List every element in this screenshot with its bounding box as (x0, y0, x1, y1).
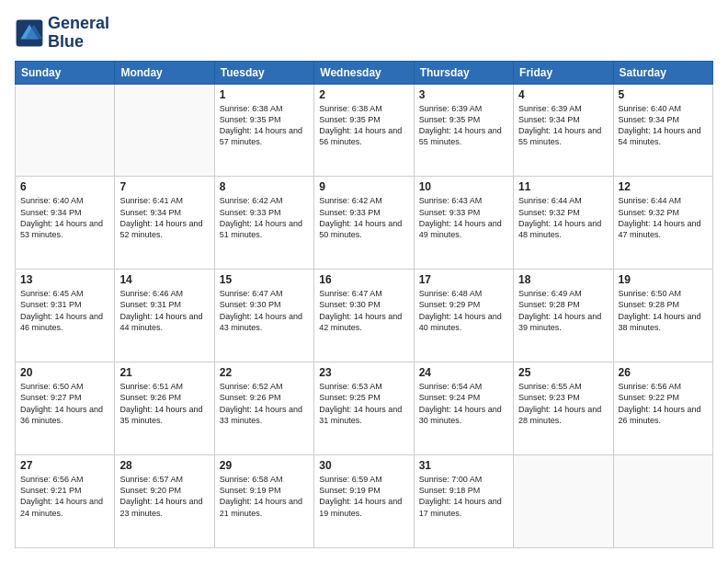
calendar-cell: 29Sunrise: 6:58 AM Sunset: 9:19 PM Dayli… (214, 455, 313, 548)
calendar-cell: 4Sunrise: 6:39 AM Sunset: 9:34 PM Daylig… (514, 84, 613, 177)
calendar-cell: 17Sunrise: 6:48 AM Sunset: 9:29 PM Dayli… (414, 270, 513, 362)
cell-info: Sunrise: 6:49 AM Sunset: 9:28 PM Dayligh… (518, 288, 608, 333)
calendar-cell (16, 84, 115, 177)
calendar-cell: 23Sunrise: 6:53 AM Sunset: 9:25 PM Dayli… (314, 362, 414, 455)
day-number: 13 (20, 273, 109, 286)
calendar-cell: 15Sunrise: 6:47 AM Sunset: 9:30 PM Dayli… (214, 270, 313, 362)
day-number: 21 (119, 366, 209, 379)
day-number: 6 (20, 180, 109, 193)
cell-info: Sunrise: 6:51 AM Sunset: 9:26 PM Dayligh… (119, 381, 209, 426)
calendar-cell: 14Sunrise: 6:46 AM Sunset: 9:31 PM Dayli… (115, 270, 214, 362)
calendar-cell: 16Sunrise: 6:47 AM Sunset: 9:30 PM Dayli… (314, 270, 414, 362)
cell-info: Sunrise: 6:57 AM Sunset: 9:20 PM Dayligh… (119, 474, 209, 519)
calendar-cell: 8Sunrise: 6:42 AM Sunset: 9:33 PM Daylig… (214, 177, 313, 270)
calendar-cell: 26Sunrise: 6:56 AM Sunset: 9:22 PM Dayli… (613, 362, 712, 455)
cell-info: Sunrise: 6:56 AM Sunset: 9:22 PM Dayligh… (619, 381, 708, 426)
calendar-week-row: 27Sunrise: 6:56 AM Sunset: 9:21 PM Dayli… (16, 455, 713, 548)
calendar-cell: 28Sunrise: 6:57 AM Sunset: 9:20 PM Dayli… (115, 455, 214, 548)
header: General Blue (15, 15, 713, 52)
calendar-cell: 3Sunrise: 6:39 AM Sunset: 9:35 PM Daylig… (414, 84, 513, 177)
calendar-week-row: 6Sunrise: 6:40 AM Sunset: 9:34 PM Daylig… (16, 177, 713, 270)
cell-info: Sunrise: 6:38 AM Sunset: 9:35 PM Dayligh… (319, 103, 408, 148)
calendar-week-row: 20Sunrise: 6:50 AM Sunset: 9:27 PM Dayli… (16, 362, 713, 455)
weekday-header: Thursday (414, 61, 513, 84)
calendar-cell: 31Sunrise: 7:00 AM Sunset: 9:18 PM Dayli… (414, 455, 513, 548)
day-number: 12 (619, 180, 708, 193)
day-number: 27 (20, 459, 109, 472)
calendar-cell: 21Sunrise: 6:51 AM Sunset: 9:26 PM Dayli… (115, 362, 214, 455)
calendar-cell: 19Sunrise: 6:50 AM Sunset: 9:28 PM Dayli… (613, 270, 712, 362)
calendar-cell (115, 84, 214, 177)
logo: General Blue (15, 15, 109, 52)
logo-icon (15, 18, 44, 48)
cell-info: Sunrise: 6:59 AM Sunset: 9:19 PM Dayligh… (319, 474, 408, 519)
calendar-cell: 10Sunrise: 6:43 AM Sunset: 9:33 PM Dayli… (414, 177, 513, 270)
day-number: 26 (619, 366, 708, 379)
calendar-cell: 2Sunrise: 6:38 AM Sunset: 9:35 PM Daylig… (314, 84, 414, 177)
calendar-cell: 24Sunrise: 6:54 AM Sunset: 9:24 PM Dayli… (414, 362, 513, 455)
weekday-header: Monday (115, 61, 214, 84)
cell-info: Sunrise: 6:42 AM Sunset: 9:33 PM Dayligh… (220, 195, 309, 240)
cell-info: Sunrise: 6:42 AM Sunset: 9:33 PM Dayligh… (319, 195, 408, 240)
day-number: 23 (319, 366, 408, 379)
calendar-cell: 25Sunrise: 6:55 AM Sunset: 9:23 PM Dayli… (514, 362, 613, 455)
cell-info: Sunrise: 7:00 AM Sunset: 9:18 PM Dayligh… (419, 474, 508, 519)
day-number: 18 (518, 273, 608, 286)
calendar-cell (514, 455, 613, 548)
day-number: 31 (419, 459, 508, 472)
calendar-week-row: 1Sunrise: 6:38 AM Sunset: 9:35 PM Daylig… (16, 84, 713, 177)
cell-info: Sunrise: 6:50 AM Sunset: 9:28 PM Dayligh… (619, 288, 708, 333)
cell-info: Sunrise: 6:43 AM Sunset: 9:33 PM Dayligh… (419, 195, 508, 240)
day-number: 9 (319, 180, 408, 193)
cell-info: Sunrise: 6:45 AM Sunset: 9:31 PM Dayligh… (20, 288, 109, 333)
cell-info: Sunrise: 6:54 AM Sunset: 9:24 PM Dayligh… (419, 381, 508, 426)
cell-info: Sunrise: 6:56 AM Sunset: 9:21 PM Dayligh… (20, 474, 109, 519)
cell-info: Sunrise: 6:39 AM Sunset: 9:34 PM Dayligh… (518, 103, 608, 148)
day-number: 3 (419, 88, 508, 101)
calendar-cell: 13Sunrise: 6:45 AM Sunset: 9:31 PM Dayli… (16, 270, 115, 362)
page: General Blue SundayMondayTuesdayWednesda… (0, 0, 728, 563)
weekday-header: Saturday (613, 61, 712, 84)
calendar-cell: 20Sunrise: 6:50 AM Sunset: 9:27 PM Dayli… (16, 362, 115, 455)
cell-info: Sunrise: 6:41 AM Sunset: 9:34 PM Dayligh… (119, 195, 209, 240)
calendar-cell: 5Sunrise: 6:40 AM Sunset: 9:34 PM Daylig… (613, 84, 712, 177)
day-number: 4 (518, 88, 608, 101)
logo-text: General Blue (48, 15, 109, 52)
cell-info: Sunrise: 6:52 AM Sunset: 9:26 PM Dayligh… (220, 381, 309, 426)
cell-info: Sunrise: 6:44 AM Sunset: 9:32 PM Dayligh… (619, 195, 708, 240)
cell-info: Sunrise: 6:55 AM Sunset: 9:23 PM Dayligh… (518, 381, 608, 426)
day-number: 16 (319, 273, 408, 286)
weekday-header: Tuesday (214, 61, 313, 84)
cell-info: Sunrise: 6:40 AM Sunset: 9:34 PM Dayligh… (619, 103, 708, 148)
calendar-table: SundayMondayTuesdayWednesdayThursdayFrid… (15, 61, 713, 548)
day-number: 24 (419, 366, 508, 379)
cell-info: Sunrise: 6:53 AM Sunset: 9:25 PM Dayligh… (319, 381, 408, 426)
day-number: 15 (220, 273, 309, 286)
day-number: 29 (220, 459, 309, 472)
calendar-cell: 12Sunrise: 6:44 AM Sunset: 9:32 PM Dayli… (613, 177, 712, 270)
day-number: 20 (20, 366, 109, 379)
weekday-row: SundayMondayTuesdayWednesdayThursdayFrid… (16, 61, 713, 84)
cell-info: Sunrise: 6:46 AM Sunset: 9:31 PM Dayligh… (119, 288, 209, 333)
day-number: 30 (319, 459, 408, 472)
calendar-header: SundayMondayTuesdayWednesdayThursdayFrid… (16, 61, 713, 84)
cell-info: Sunrise: 6:48 AM Sunset: 9:29 PM Dayligh… (419, 288, 508, 333)
cell-info: Sunrise: 6:58 AM Sunset: 9:19 PM Dayligh… (220, 474, 309, 519)
calendar-cell: 9Sunrise: 6:42 AM Sunset: 9:33 PM Daylig… (314, 177, 414, 270)
cell-info: Sunrise: 6:40 AM Sunset: 9:34 PM Dayligh… (20, 195, 109, 240)
cell-info: Sunrise: 6:50 AM Sunset: 9:27 PM Dayligh… (20, 381, 109, 426)
cell-info: Sunrise: 6:39 AM Sunset: 9:35 PM Dayligh… (419, 103, 508, 148)
calendar-cell (613, 455, 712, 548)
cell-info: Sunrise: 6:47 AM Sunset: 9:30 PM Dayligh… (220, 288, 309, 333)
day-number: 8 (220, 180, 309, 193)
calendar-cell: 27Sunrise: 6:56 AM Sunset: 9:21 PM Dayli… (16, 455, 115, 548)
weekday-header: Friday (514, 61, 613, 84)
day-number: 25 (518, 366, 608, 379)
calendar-cell: 11Sunrise: 6:44 AM Sunset: 9:32 PM Dayli… (514, 177, 613, 270)
day-number: 19 (619, 273, 708, 286)
calendar-body: 1Sunrise: 6:38 AM Sunset: 9:35 PM Daylig… (16, 84, 713, 547)
calendar-cell: 18Sunrise: 6:49 AM Sunset: 9:28 PM Dayli… (514, 270, 613, 362)
weekday-header: Wednesday (314, 61, 414, 84)
day-number: 11 (518, 180, 608, 193)
calendar-cell: 22Sunrise: 6:52 AM Sunset: 9:26 PM Dayli… (214, 362, 313, 455)
